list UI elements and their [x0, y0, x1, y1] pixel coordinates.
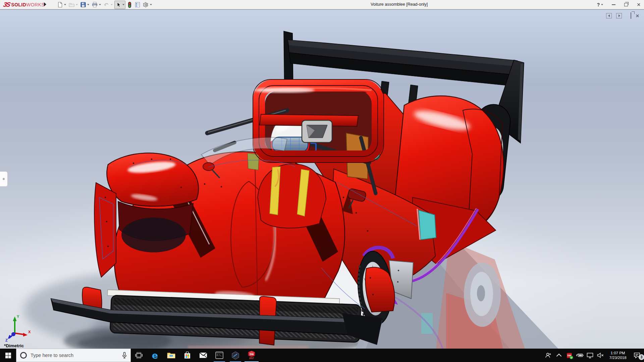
title-bar: 3S SOLIDWORKS — [0, 0, 644, 9]
minimize-icon — [612, 4, 615, 5]
restore-icon — [624, 3, 628, 6]
options-gear-icon — [143, 2, 149, 8]
chevron-up-icon — [556, 353, 561, 359]
search-placeholder: Type here to search — [31, 353, 118, 358]
solidworks-resource-monitor[interactable]: SW — [565, 349, 573, 362]
undo-icon — [103, 2, 110, 8]
volume-muted-icon — [597, 353, 604, 358]
brand-works-text: WORKS — [26, 2, 45, 7]
undo-button[interactable] — [103, 1, 113, 8]
people-icon — [545, 352, 552, 358]
view-orientation-label: *Dimetric — [4, 343, 24, 348]
open-button[interactable] — [68, 1, 78, 8]
model-viewport-canvas[interactable] — [0, 10, 644, 349]
taskbar-hexagon-app-button[interactable] — [227, 349, 244, 362]
green-check-icon — [570, 356, 573, 359]
taskbar-clock[interactable]: 1:07 PM 7/23/2018 — [607, 351, 629, 360]
taskbar-mail-button[interactable] — [195, 349, 211, 362]
pane-left-icon — [607, 14, 611, 17]
taskbar-file-explorer-button[interactable] — [163, 349, 179, 362]
open-icon — [68, 2, 75, 8]
doc-close-button[interactable]: ✕ — [636, 13, 639, 18]
file-properties-button[interactable] — [134, 1, 141, 8]
windows-start-icon — [5, 353, 11, 358]
pane-right-icon — [618, 14, 621, 17]
close-button[interactable]: ✕ — [637, 2, 641, 7]
print-button[interactable] — [91, 1, 102, 8]
taskbar-command-prompt-button[interactable]: C:\_ — [211, 349, 227, 362]
feature-panel-collapsed-tab[interactable] — [0, 171, 8, 187]
solidworks-logo: 3S SOLIDWORKS — [3, 1, 45, 8]
hexagon-app-icon — [231, 351, 239, 360]
taskbar-search[interactable]: Type here to search — [16, 349, 131, 362]
help-button[interactable]: ? — [597, 2, 603, 7]
start-button[interactable] — [0, 349, 16, 362]
clock-time: 1:07 PM — [607, 351, 628, 355]
taskbar-task-view-button[interactable] — [131, 349, 147, 362]
flyout-arrow-icon[interactable] — [44, 2, 46, 6]
clock-date: 7/23/2018 — [607, 355, 628, 360]
document-title: Voiture assomblee [Read-only] — [371, 2, 428, 7]
orientation-triad[interactable]: Y X Z — [5, 314, 32, 342]
pane-left-button[interactable] — [606, 13, 612, 18]
edge-icon: e — [152, 350, 158, 361]
volume-button[interactable] — [596, 349, 604, 362]
microphone-icon[interactable] — [122, 352, 127, 359]
air-intake — [302, 120, 332, 142]
close-icon: ✕ — [637, 2, 641, 7]
notification-badge: 3 — [639, 354, 644, 360]
pane-right-button[interactable] — [616, 13, 622, 18]
save-button[interactable] — [79, 1, 90, 8]
people-button[interactable] — [544, 349, 552, 362]
options-button[interactable] — [142, 1, 153, 8]
power-button[interactable] — [576, 349, 584, 362]
triad-z-label: Z — [5, 338, 8, 342]
microsoft-store-icon — [184, 352, 191, 359]
taskbar-solidworks-button[interactable]: SW 2017 — [244, 349, 260, 362]
close-icon: ✕ — [636, 13, 639, 18]
rebuild-button[interactable] — [126, 1, 133, 9]
brand-solid-text: SOLID — [11, 2, 26, 7]
select-cursor-icon — [115, 2, 121, 8]
taskbar-store-button[interactable] — [179, 349, 195, 362]
minimize-button[interactable] — [612, 4, 615, 5]
restore-icon — [631, 12, 631, 19]
new-document-button[interactable] — [56, 1, 67, 8]
cortana-circle-icon — [20, 352, 27, 359]
save-icon — [80, 2, 86, 8]
solidworks-2017-icon: SW 2017 — [247, 351, 256, 360]
taskbar-edge-button[interactable]: e — [147, 349, 163, 362]
select-tool-button[interactable] — [114, 1, 125, 9]
dassault-3ds-icon: 3S — [3, 1, 11, 8]
command-prompt-glyph-text: C:\_ — [217, 354, 222, 357]
show-hidden-icons-button[interactable] — [555, 349, 563, 362]
triad-x-label: X — [28, 330, 31, 334]
help-icon: ? — [597, 2, 600, 7]
rebuild-traffic-light-icon — [127, 2, 132, 8]
print-icon — [92, 2, 98, 8]
restore-button[interactable] — [624, 3, 628, 6]
file-properties-icon — [135, 2, 141, 8]
doc-restore-button[interactable] — [631, 13, 631, 19]
network-icon — [587, 353, 593, 358]
task-view-icon — [135, 352, 143, 359]
new-document-icon — [57, 2, 63, 8]
file-explorer-icon — [167, 352, 175, 359]
windows-taskbar: Type here to search e — [0, 349, 644, 362]
action-center-button[interactable]: 3 — [631, 349, 643, 362]
graphics-area[interactable]: ✕ Y X Z *Dimetric — [0, 9, 644, 349]
network-button[interactable] — [586, 349, 594, 362]
mail-icon — [199, 352, 207, 358]
triad-y-label: Y — [17, 314, 19, 318]
battery-icon — [576, 353, 584, 358]
